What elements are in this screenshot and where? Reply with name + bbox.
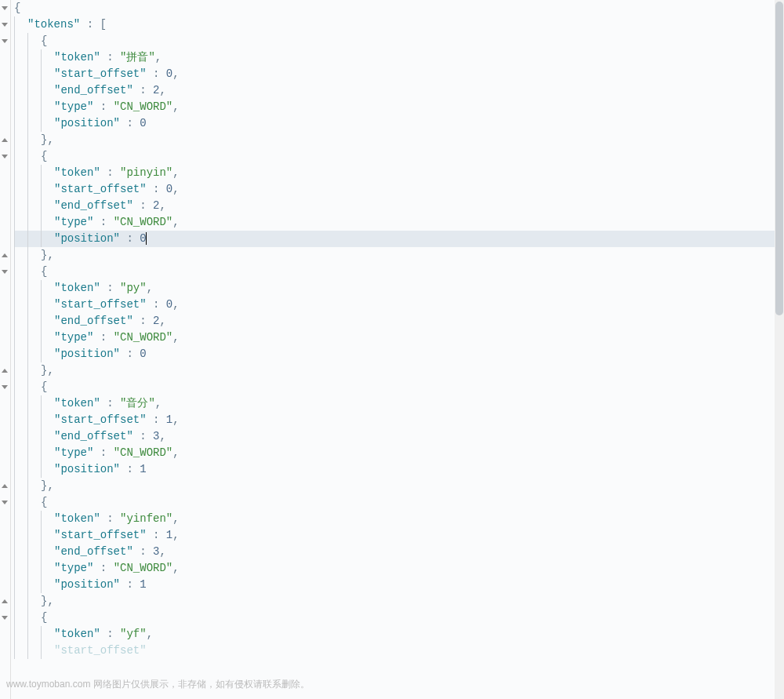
code-line[interactable]: "token" : "py", [14,280,784,297]
code-line[interactable]: "type" : "CN_WORD", [14,329,784,346]
fold-down-icon[interactable] [1,21,9,29]
code-line[interactable]: "token" : "音分", [14,395,784,412]
fold-up-icon[interactable] [1,482,9,490]
code-line[interactable]: "start_offset" : 0, [14,297,784,313]
code-line[interactable]: { [14,148,784,165]
code-line[interactable]: "end_offset" : 2, [14,313,784,329]
fold-down-icon[interactable] [1,5,9,13]
code-line[interactable]: "token" : "yf", [14,626,784,643]
code-line[interactable]: { [14,610,784,626]
fold-down-icon[interactable] [1,38,9,46]
fold-gutter [0,0,11,699]
code-line[interactable]: "position" : 1 [14,461,784,478]
code-line[interactable]: "type" : "CN_WORD", [14,214,784,231]
code-line[interactable]: { [14,0,784,16]
code-editor[interactable]: {"tokens" : [{"token" : "拼音","start_offs… [0,0,784,699]
code-line[interactable]: }, [14,132,784,148]
code-line[interactable]: { [14,379,784,395]
code-line[interactable]: "start_offset" [14,643,784,659]
fold-down-icon[interactable] [1,268,9,276]
fold-up-icon[interactable] [1,137,9,144]
code-line[interactable]: }, [14,478,784,494]
code-line[interactable]: "position" : 1 [14,577,784,593]
code-line[interactable]: }, [14,362,784,379]
code-content[interactable]: {"tokens" : [{"token" : "拼音","start_offs… [11,0,784,699]
code-line[interactable]: "start_offset" : 0, [14,66,784,82]
code-line[interactable]: }, [14,247,784,264]
code-line[interactable]: { [14,264,784,280]
code-line[interactable]: "start_offset" : 1, [14,412,784,428]
code-line[interactable]: "position" : 0 [14,346,784,362]
code-line[interactable]: "token" : "yinfen", [14,511,784,527]
code-line[interactable]: "end_offset" : 3, [14,428,784,445]
fold-up-icon[interactable] [1,598,9,606]
vertical-scrollbar[interactable] [775,0,784,699]
code-line[interactable]: }, [14,593,784,610]
code-line[interactable]: "position" : 0 [14,231,784,247]
code-line[interactable]: "end_offset" : 2, [14,82,784,99]
code-line[interactable]: "type" : "CN_WORD", [14,445,784,461]
fold-down-icon[interactable] [1,153,9,161]
code-line[interactable]: "token" : "pinyin", [14,165,784,181]
fold-up-icon[interactable] [1,367,9,375]
code-line[interactable]: "start_offset" : 0, [14,181,784,198]
fold-down-icon[interactable] [1,384,9,391]
code-line[interactable]: "tokens" : [ [14,16,784,33]
code-line[interactable]: "end_offset" : 3, [14,544,784,560]
code-line[interactable]: "position" : 0 [14,115,784,132]
code-line[interactable]: "start_offset" : 1, [14,527,784,544]
code-line[interactable]: "type" : "CN_WORD", [14,560,784,577]
code-line[interactable]: "token" : "拼音", [14,49,784,66]
code-line[interactable]: "end_offset" : 2, [14,198,784,214]
code-line[interactable]: "type" : "CN_WORD", [14,99,784,115]
code-line[interactable]: { [14,494,784,511]
watermark-text: www.toymoban.com 网络图片仅供展示，非存储，如有侵权请联系删除。 [6,676,310,693]
fold-down-icon[interactable] [1,614,9,622]
scrollbar-thumb[interactable] [775,2,783,315]
fold-down-icon[interactable] [1,499,9,507]
code-line[interactable]: { [14,33,784,49]
fold-up-icon[interactable] [1,252,9,260]
text-cursor [146,232,147,245]
